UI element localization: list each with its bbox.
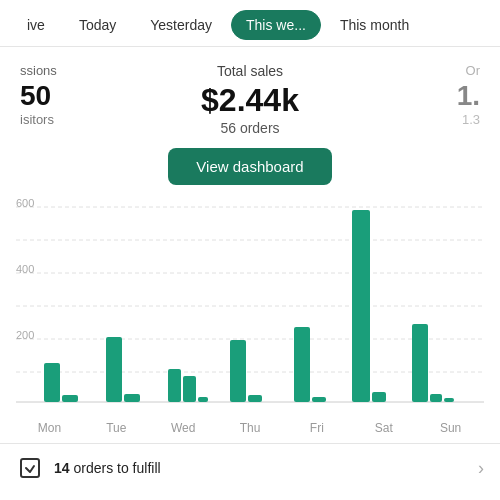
svg-rect-19	[294, 327, 310, 402]
chart-container: 600 400 200	[16, 197, 484, 417]
svg-rect-22	[372, 392, 386, 402]
day-labels: Mon Tue Wed Thu Fri Sat Sun	[0, 417, 500, 435]
stat-center: Total sales $2.44k 56 orders	[100, 63, 400, 136]
stat-left-label: ssions	[20, 63, 100, 78]
stat-left-value: 50	[20, 80, 100, 112]
svg-rect-23	[412, 324, 428, 402]
day-label-fri: Fri	[283, 421, 350, 435]
svg-text:600: 600	[16, 197, 34, 209]
svg-rect-17	[230, 340, 246, 402]
fulfill-icon	[16, 454, 44, 482]
svg-text:400: 400	[16, 263, 34, 275]
tab-today[interactable]: Today	[64, 10, 131, 40]
svg-rect-16	[198, 397, 208, 402]
svg-rect-14	[168, 369, 181, 402]
svg-rect-10	[44, 363, 60, 402]
svg-rect-25	[444, 398, 454, 402]
svg-rect-18	[248, 395, 262, 402]
stat-left: ssions 50 isitors	[20, 63, 100, 127]
stat-right-value: 1.	[400, 80, 480, 112]
svg-rect-15	[183, 376, 196, 402]
tab-yesterday[interactable]: Yesterday	[135, 10, 227, 40]
day-label-wed: Wed	[150, 421, 217, 435]
stat-center-sub: 56 orders	[100, 120, 400, 136]
day-label-sat: Sat	[350, 421, 417, 435]
view-dashboard-button[interactable]: View dashboard	[168, 148, 331, 185]
svg-rect-21	[352, 210, 370, 402]
tab-ive[interactable]: ive	[12, 10, 60, 40]
stat-center-value: $2.44k	[100, 83, 400, 118]
svg-rect-26	[21, 459, 39, 477]
stat-left-sub: isitors	[20, 112, 100, 127]
footer-orders-desc: orders to fulfill	[73, 460, 160, 476]
svg-rect-11	[62, 395, 78, 402]
chevron-right-icon: ›	[478, 458, 484, 479]
bar-chart: 600 400 200	[16, 197, 484, 417]
tab-bar: ive Today Yesterday This we... This mont…	[0, 0, 500, 47]
stat-right-sub: 1.3	[400, 112, 480, 127]
footer-fulfill-text: 14 orders to fulfill	[54, 460, 161, 476]
day-label-mon: Mon	[16, 421, 83, 435]
footer-orders-count: 14	[54, 460, 70, 476]
footer-left: 14 orders to fulfill	[16, 454, 161, 482]
svg-text:200: 200	[16, 329, 34, 341]
footer-bar[interactable]: 14 orders to fulfill ›	[0, 443, 500, 492]
day-label-sun: Sun	[417, 421, 484, 435]
svg-rect-12	[106, 337, 122, 402]
svg-rect-24	[430, 394, 442, 402]
stat-right-label: Or	[400, 63, 480, 78]
day-label-thu: Thu	[217, 421, 284, 435]
stat-right: Or 1. 1.3	[400, 63, 480, 127]
stats-row: ssions 50 isitors Total sales $2.44k 56 …	[0, 47, 500, 144]
svg-rect-13	[124, 394, 140, 402]
tab-this-week[interactable]: This we...	[231, 10, 321, 40]
chart-area: 600 400 200	[0, 197, 500, 417]
tab-this-month[interactable]: This month	[325, 10, 424, 40]
day-label-tue: Tue	[83, 421, 150, 435]
svg-rect-20	[312, 397, 326, 402]
stat-center-title: Total sales	[100, 63, 400, 79]
